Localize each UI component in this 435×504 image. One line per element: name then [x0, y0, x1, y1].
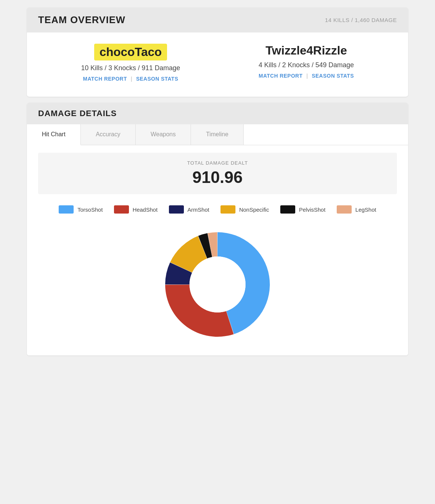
player-links-2: MATCH REPORT | SEASON STATS	[259, 73, 354, 79]
total-damage-value: 910.96	[46, 168, 389, 187]
total-damage-label: TOTAL DAMAGE DEALT	[46, 160, 389, 166]
player-card-1: chocoTaco 10 Kills / 3 Knocks / 911 Dama…	[81, 44, 180, 82]
legend-swatch-headshot	[114, 205, 129, 214]
legend-item-pelvisshot: PelvisShot	[280, 205, 326, 214]
player-name-2: Twizzle4Rizzle	[265, 44, 347, 57]
team-overview-body: chocoTaco 10 Kills / 3 Knocks / 911 Dama…	[27, 32, 408, 97]
tab-hit-chart[interactable]: Hit Chart	[27, 124, 81, 145]
total-damage-box: TOTAL DAMAGE DEALT 910.96	[38, 153, 397, 194]
donut-chart	[158, 225, 277, 344]
team-overview-header: TEAM OVERVIEW 14 KILLS / 1,460 DAMAGE	[27, 7, 408, 32]
legend: TorsoShot HeadShot ArmShot NonSpecific P…	[38, 205, 397, 214]
legend-item-nonspecific: NonSpecific	[220, 205, 269, 214]
legend-swatch-legshot	[337, 205, 352, 214]
damage-title: DAMAGE DETAILS	[38, 109, 117, 118]
legend-swatch-armshot	[169, 205, 184, 214]
tab-accuracy[interactable]: Accuracy	[81, 124, 136, 145]
team-overview-card: TEAM OVERVIEW 14 KILLS / 1,460 DAMAGE ch…	[27, 7, 408, 97]
donut-container	[38, 225, 397, 344]
divider-1: |	[131, 76, 132, 82]
legend-swatch-nonspecific	[220, 205, 235, 214]
tab-weapons[interactable]: Weapons	[136, 124, 191, 145]
donut-hole	[189, 256, 246, 312]
tab-timeline[interactable]: Timeline	[191, 124, 244, 145]
player-season-stats-2[interactable]: SEASON STATS	[312, 73, 354, 79]
legend-label-armshot: ArmShot	[188, 206, 209, 213]
legend-label-legshot: LegShot	[355, 206, 376, 213]
legend-item-torsoshot: TorsoShot	[59, 205, 103, 214]
legend-swatch-torsoshot	[59, 205, 74, 214]
legend-item-legshot: LegShot	[337, 205, 376, 214]
legend-swatch-pelvisshot	[280, 205, 295, 214]
player-match-report-2[interactable]: MATCH REPORT	[259, 73, 303, 79]
player-match-report-1[interactable]: MATCH REPORT	[83, 76, 127, 82]
chart-area: TOTAL DAMAGE DEALT 910.96 TorsoShot Head…	[27, 145, 408, 355]
divider-2: |	[306, 73, 308, 79]
team-overview-title: TEAM OVERVIEW	[38, 14, 126, 26]
player-links-1: MATCH REPORT | SEASON STATS	[83, 76, 178, 82]
damage-card: DAMAGE DETAILS Hit Chart Accuracy Weapon…	[27, 103, 408, 355]
player-stats-2: 4 Kills / 2 Knocks / 549 Damage	[259, 61, 354, 69]
player-card-2: Twizzle4Rizzle 4 Kills / 2 Knocks / 549 …	[259, 44, 354, 79]
player-stats-1: 10 Kills / 3 Knocks / 911 Damage	[81, 64, 180, 72]
team-overview-stats: 14 KILLS / 1,460 DAMAGE	[325, 17, 397, 23]
player-name-1: chocoTaco	[94, 44, 167, 60]
player-season-stats-1[interactable]: SEASON STATS	[136, 76, 178, 82]
legend-label-headshot: HeadShot	[133, 206, 158, 213]
legend-item-headshot: HeadShot	[114, 205, 158, 214]
legend-label-nonspecific: NonSpecific	[239, 206, 269, 213]
legend-label-torsoshot: TorsoShot	[77, 206, 103, 213]
main-container: TEAM OVERVIEW 14 KILLS / 1,460 DAMAGE ch…	[27, 7, 408, 355]
legend-label-pelvisshot: PelvisShot	[299, 206, 326, 213]
tabs-container: Hit Chart Accuracy Weapons Timeline	[27, 124, 408, 145]
legend-item-armshot: ArmShot	[169, 205, 209, 214]
damage-header: DAMAGE DETAILS	[27, 103, 408, 124]
